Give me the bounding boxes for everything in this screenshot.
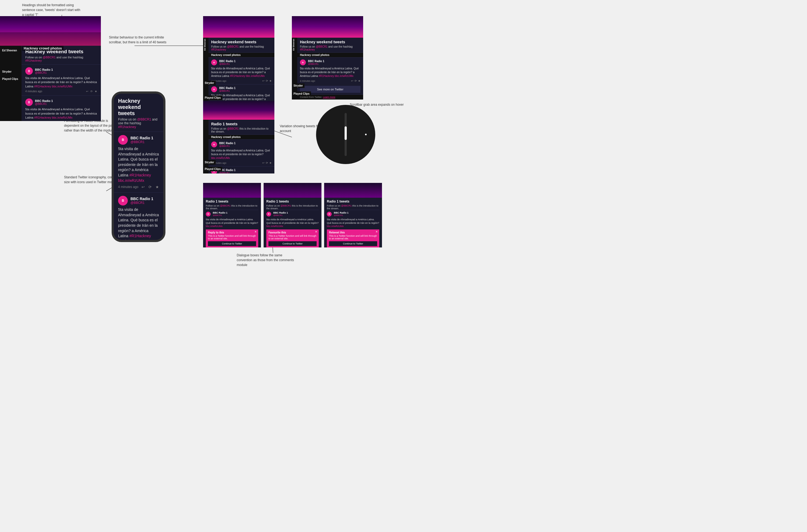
bot-left-hero — [203, 183, 261, 198]
left-tweet-1-text: 5ta visita de Ahmadineyad a América Lati… — [25, 76, 97, 89]
mb-fav-1[interactable]: ★ — [269, 162, 272, 164]
annotation-dialog: Dialogue boxes follow the same conventio… — [237, 253, 296, 267]
bot-right-avatar: B — [327, 212, 332, 216]
rt-retweet-1[interactable]: ⟳ — [355, 79, 357, 82]
mb-retweet-1[interactable]: ⟳ — [266, 162, 268, 164]
phone-reply-1[interactable]: ↩ — [142, 185, 145, 189]
mid-top-stryder-label: Stryder — [203, 81, 216, 85]
reply-dialog-close[interactable]: ✕ — [255, 230, 257, 233]
phone-tweet-2-text: 5ta visita de Ahmadineyad a América Lati… — [118, 207, 159, 240]
mid-bot-tweet-1: B BBC Radio 1 @BBCR1 5ta visita de Ahmad… — [208, 139, 275, 166]
mid-top-avatar-1: B — [211, 59, 217, 65]
bot-left-tweet-1: B BBC Radio 1 @BBCR1 5ta visita de Ahmad… — [206, 210, 258, 247]
phone-widget-title: Hackney weekend tweets — [118, 98, 159, 116]
bot-left-content: Radio 1 tweets Follow us on @BBCR1 this … — [203, 198, 261, 247]
sidebar-item-clips[interactable]: Played Clips — [0, 76, 21, 81]
reply-dialog-title: Reply to this — [208, 231, 256, 234]
bot-right-title: Radio 1 tweets — [327, 200, 379, 203]
bot-right-content: Radio 1 tweets Follow us on @BBCR1 this … — [324, 198, 382, 247]
mid-top-title: Hackney weekend tweets — [211, 40, 272, 44]
reply-dialog-text: This is a Twitter function and will link… — [208, 234, 256, 240]
rt-dialog-button[interactable]: Continue to Twitter — [329, 241, 377, 246]
phone-tweet-2: B BBC Radio 1 @BBCR1 5ta visita de Ahmad… — [114, 192, 163, 240]
left-tweet-2: B BBC Radio 1 @BBCR1 5ta visita de Ahmad… — [21, 95, 101, 121]
scrollbar-thumb[interactable] — [344, 127, 347, 140]
mid-top-crowd-label: Hackney crowd photos — [208, 53, 275, 57]
retweet-icon[interactable]: ⟳ — [90, 90, 93, 93]
mid-bot-stryder-label: Stryder — [203, 160, 216, 165]
rt-reply-1[interactable]: ↩ — [351, 79, 353, 82]
favourite-dialog: Favourite this ✕ This is a Twitter funct… — [266, 229, 319, 247]
mid-bot-sidebar — [203, 120, 208, 173]
tweet-avatar-1: B — [25, 67, 33, 75]
favourite-icon[interactable]: ★ — [95, 90, 97, 93]
left-tweet-1: B BBC Radio 1 @BBCR1 5ta visita de Ahmad… — [21, 64, 101, 95]
bottom-right-widget: Radio 1 tweets Follow us on @BBCR1 this … — [324, 183, 382, 247]
bot-left-title: Radio 1 tweets — [206, 200, 258, 203]
right-top-stryder-label: Stryder — [292, 83, 304, 88]
phone-widget-subtitle: Follow us on @BBCR1 and use the hashtag … — [118, 117, 159, 129]
bot-mid-title: Radio 1 tweets — [266, 200, 319, 203]
middle-top-widget: Ed Sheeran Hackney weekend tweets Follow… — [203, 16, 275, 105]
reply-icon[interactable]: ↩ — [86, 90, 88, 93]
mid-top-sidebar: Ed Sheeran — [203, 38, 208, 105]
mid-top-tweet-1: B BBC Radio 1 @BBCR1 5ta visita de Ahmad… — [208, 57, 275, 84]
left-widget: Ed Sheeran Stryder Played Clips Hackney … — [0, 16, 101, 121]
mid-top-header: Hackney weekend tweets Follow us on @BBC… — [208, 38, 275, 53]
mid-fav-1[interactable]: ★ — [269, 79, 272, 82]
rt-dialog-text: This is a Twitter function and will link… — [329, 234, 377, 240]
mid-bot-subtitle: Follow us on @BBCR1 this is the introduc… — [211, 127, 272, 133]
bot-mid-content: Radio 1 tweets Follow us on @BBCR1 this … — [264, 198, 321, 247]
fav-dialog-button[interactable]: Continue to Twitter — [268, 241, 317, 246]
left-widget-subtitle: Follow us on @BBCR1 and use the hashtag … — [25, 56, 97, 62]
mid-top-subtitle: Follow us on @BBCR1 and use the hashtag … — [211, 45, 272, 51]
bot-mid-subtitle: Follow us on @BBCR1 this is the introduc… — [266, 204, 319, 210]
mid-bot-crowd-label: Hackney crowd photos — [208, 134, 275, 139]
mid-reply-1[interactable]: ↩ — [262, 79, 264, 82]
sidebar-item-stryder[interactable]: Stryder — [0, 69, 21, 74]
bot-right-tweet-1: B BBC Radio 1 @BBCR1 5ta visita de Ahmad… — [327, 210, 379, 247]
mb-reply-1[interactable]: ↩ — [262, 162, 264, 164]
bot-left-avatar: B — [206, 212, 211, 216]
right-top-hero — [292, 16, 363, 38]
phone-tweet-1: B BBC Radio 1 @BBCR1 5ta visita de Ahmad… — [114, 132, 163, 192]
bottom-mid-widget: Radio 1 tweets Follow us on @BBCR1 this … — [264, 183, 321, 247]
cursor-dot — [365, 134, 367, 135]
mid-top-hero — [203, 16, 275, 38]
rt-dialog-close[interactable]: ✕ — [376, 230, 378, 233]
right-top-header: Hackney weekend tweets Follow us on @BBC… — [297, 38, 363, 53]
scrollbar-track[interactable] — [344, 113, 347, 156]
mid-top-tweet-1-text: 5ta visita de Ahmadineyad a América Lati… — [211, 67, 272, 78]
phone-avatar-1: B — [118, 135, 128, 145]
mid-bot-hero — [203, 101, 275, 120]
right-top-footer-link[interactable]: Learn more — [323, 96, 335, 98]
fav-dialog-close[interactable]: ✕ — [315, 230, 317, 233]
bottom-left-widget: Radio 1 tweets Follow us on @BBCR1 this … — [203, 183, 261, 247]
mid-bot-played-label: Played Clips — [203, 167, 222, 171]
mid-top-sidebar-label: Ed Sheeran — [203, 38, 207, 52]
left-tweet-2-text: 5ta visita de Ahmadineyad a América Lati… — [25, 107, 97, 120]
fav-dialog-text: This is a Twitter function and will link… — [268, 234, 317, 240]
sidebar-item-sheeran[interactable]: Ed Sheeran — [0, 48, 21, 53]
retweet-dialog: Retweet this ✕ This is a Twitter functio… — [327, 229, 379, 247]
rt-dialog-title: Retweet this — [329, 231, 377, 234]
mid-bot-avatar-1: B — [211, 141, 217, 147]
right-top-crowd-label: Hackney crowd photos — [297, 53, 363, 57]
annotation-scrollbar-infinite: Similar behaviour to the current infinit… — [109, 35, 168, 45]
right-top-sidebar: Ed Sheeran — [292, 38, 297, 99]
reply-dialog: Reply to this ✕ This is a Twitter functi… — [206, 229, 258, 247]
bot-right-hero — [324, 183, 382, 198]
mid-retweet-1[interactable]: ⟳ — [266, 79, 268, 82]
reply-dialog-button[interactable]: Continue to Twitter — [208, 241, 256, 246]
rt-fav-1[interactable]: ★ — [358, 79, 360, 82]
tweet-avatar-2: B — [25, 98, 33, 106]
right-top-subtitle: Follow us on @BBCR1 and use the hashtag … — [300, 45, 360, 51]
right-top-tweet-1: B BBC Radio 1 @BBCR1 5ta visita de Ahmad… — [297, 57, 363, 84]
phone-fav-1[interactable]: ★ — [155, 185, 159, 189]
mid-bot-header: Radio 1 tweets Follow us on @BBCR1 this … — [208, 120, 275, 134]
right-top-title: Hackney weekend tweets — [300, 40, 360, 44]
left-sidebar: Ed Sheeran Stryder Played Clips — [0, 46, 21, 121]
mid-top-played-label: Played Clips — [203, 95, 222, 100]
phone-retweet-1[interactable]: ⟳ — [149, 185, 152, 189]
phone-frame: Hackney weekend tweets Follow us on @BBC… — [112, 92, 165, 242]
